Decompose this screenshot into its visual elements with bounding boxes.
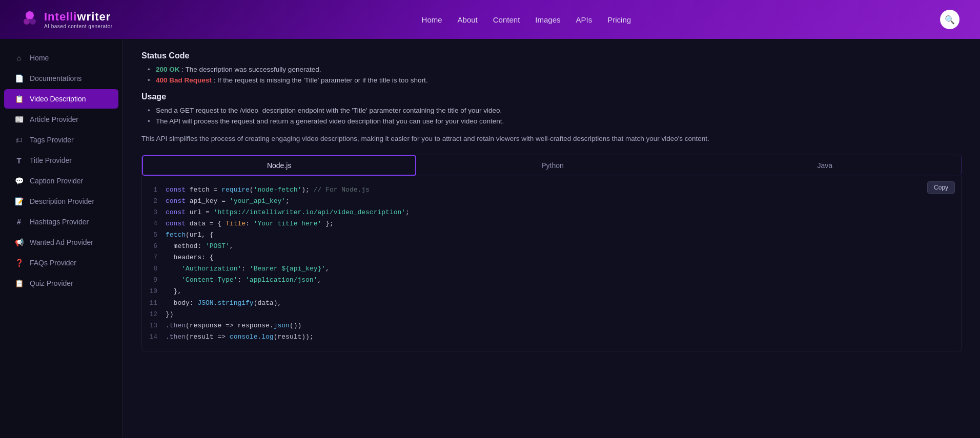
sidebar-item-article-provider[interactable]: 📰 Article Provider xyxy=(4,110,118,129)
tab-java[interactable]: Java xyxy=(689,155,961,176)
code-tabs: Node.js Python Java xyxy=(141,155,962,176)
status-code-section: Status Code 200 OK : The description was… xyxy=(141,51,962,84)
code-lines: 1 const fetch = require('node-fetch'); /… xyxy=(147,184,956,343)
status-code-title: Status Code xyxy=(141,51,962,60)
code-line-6: 6 method: 'POST', xyxy=(147,241,956,252)
sidebar-item-tags-provider[interactable]: 🏷 Tags Provider xyxy=(4,130,118,150)
article-icon: 📰 xyxy=(14,115,24,124)
code-line-13: 13 .then(response => response.json()) xyxy=(147,320,956,331)
tab-python[interactable]: Python xyxy=(416,155,688,176)
sidebar: ⌂ Home 📄 Documentations 📋 Video Descript… xyxy=(0,39,123,438)
code-line-2: 2 const api_key = 'your_api_key'; xyxy=(147,196,956,207)
usage-item-1: Send a GET request to the /video_descrip… xyxy=(148,107,962,114)
usage-item-2: The API will process the request and ret… xyxy=(148,117,962,125)
usage-list: Send a GET request to the /video_descrip… xyxy=(141,107,962,125)
code-line-7: 7 headers: { xyxy=(147,252,956,263)
code-line-11: 11 body: JSON.stringify(data), xyxy=(147,298,956,309)
sidebar-item-caption-provider[interactable]: 💬 Caption Provider xyxy=(4,171,118,191)
status-200-item: 200 OK : The description was successfull… xyxy=(148,66,962,73)
sidebar-item-home[interactable]: ⌂ Home xyxy=(4,48,118,68)
hashtags-icon: # xyxy=(14,217,24,226)
code-line-4: 4 const data = { Title: 'Your title here… xyxy=(147,218,956,230)
main-layout: ⌂ Home 📄 Documentations 📋 Video Descript… xyxy=(0,39,980,438)
status-200-badge: 200 OK xyxy=(156,66,180,73)
code-line-3: 3 const url = 'https://intelliwriter.io/… xyxy=(147,207,956,218)
status-code-list: 200 OK : The description was successfull… xyxy=(141,66,962,84)
code-line-1: 1 const fetch = require('node-fetch'); /… xyxy=(147,184,956,196)
code-line-8: 8 'Authorization': 'Bearer ${api_key}', xyxy=(147,263,956,275)
code-line-10: 10 }, xyxy=(147,286,956,297)
brand-title: Intelliwriter xyxy=(44,10,113,24)
home-icon: ⌂ xyxy=(14,53,24,62)
usage-section: Usage Send a GET request to the /video_d… xyxy=(141,92,962,144)
wanted-ad-icon: 📢 xyxy=(14,238,24,247)
tags-icon: 🏷 xyxy=(14,135,24,144)
status-400-item: 400 Bad Request : If the request is miss… xyxy=(148,76,962,84)
title-icon: T xyxy=(14,156,24,165)
faqs-icon: ❓ xyxy=(14,258,24,267)
code-block: Copy 1 const fetch = require('node-fetch… xyxy=(141,176,962,351)
brand-subtitle: AI based content generator xyxy=(44,24,113,29)
code-line-5: 5 fetch(url, { xyxy=(147,230,956,241)
brand: Intelliwriter AI based content generator xyxy=(21,10,113,29)
search-icon: 🔍 xyxy=(945,15,955,25)
svg-point-2 xyxy=(30,18,36,25)
sidebar-item-faqs-provider[interactable]: ❓ FAQs Provider xyxy=(4,253,118,273)
description-icon: 📝 xyxy=(14,197,24,206)
sidebar-item-description-provider[interactable]: 📝 Description Provider xyxy=(4,192,118,211)
svg-point-0 xyxy=(26,11,34,19)
search-button[interactable]: 🔍 xyxy=(940,10,959,29)
copy-button[interactable]: Copy xyxy=(927,181,955,194)
sidebar-item-title-provider[interactable]: T Title Provider xyxy=(4,151,118,170)
code-line-9: 9 'Content-Type': 'application/json', xyxy=(147,275,956,286)
sidebar-item-video-description[interactable]: 📋 Video Description xyxy=(4,89,118,109)
nav-home[interactable]: Home xyxy=(422,15,442,24)
code-line-12: 12 }) xyxy=(147,309,956,320)
sidebar-item-documentations[interactable]: 📄 Documentations xyxy=(4,69,118,88)
video-description-icon: 📋 xyxy=(14,94,24,103)
brand-text: Intelliwriter AI based content generator xyxy=(44,10,113,29)
nav-apis[interactable]: APIs xyxy=(576,15,593,24)
status-400-badge: 400 Bad Request xyxy=(156,76,212,84)
caption-icon: 💬 xyxy=(14,176,24,185)
content-area: Status Code 200 OK : The description was… xyxy=(123,39,980,438)
sidebar-item-quiz-provider[interactable]: 📋 Quiz Provider xyxy=(4,274,118,293)
nav-images[interactable]: Images xyxy=(535,15,560,24)
documentations-icon: 📄 xyxy=(14,74,24,83)
sidebar-item-hashtags-provider[interactable]: # Hashtags Provider xyxy=(4,212,118,232)
code-line-14: 14 .then(result => console.log(result)); xyxy=(147,331,956,343)
svg-point-1 xyxy=(24,18,30,25)
usage-title: Usage xyxy=(141,92,962,101)
brand-logo-icon xyxy=(21,10,39,29)
quiz-icon: 📋 xyxy=(14,279,24,288)
tab-nodejs[interactable]: Node.js xyxy=(142,155,416,176)
nav-content[interactable]: Content xyxy=(493,15,520,24)
sidebar-item-wanted-ad-provider[interactable]: 📢 Wanted Ad Provider xyxy=(4,233,118,252)
nav-links: Home About Content Images APIs Pricing xyxy=(422,15,631,24)
nav-about[interactable]: About xyxy=(458,15,478,24)
navbar: Intelliwriter AI based content generator… xyxy=(0,0,980,39)
usage-description: This API simplifies the process of creat… xyxy=(141,133,962,144)
nav-pricing[interactable]: Pricing xyxy=(607,15,631,24)
